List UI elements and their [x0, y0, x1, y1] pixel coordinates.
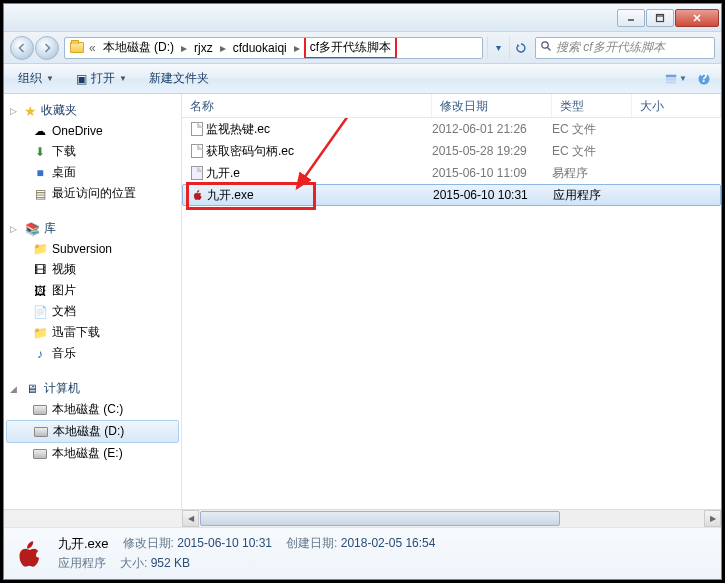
toolbar: 组织 ▼ ▣ 打开 ▼ 新建文件夹 ▼ ? — [4, 64, 721, 94]
organize-menu[interactable]: 组织 ▼ — [10, 67, 62, 90]
sidebar-item-documents[interactable]: 📄文档 — [4, 301, 181, 322]
scroll-track[interactable]: ◀ ▶ — [182, 510, 721, 527]
breadcrumb-current[interactable]: cf多开代练脚本 — [304, 37, 397, 59]
details-size-label: 大小: — [120, 556, 147, 570]
svg-line-3 — [694, 15, 700, 21]
file-list[interactable]: 监视热键.ec 2012-06-01 21:26 EC 文件 获取密码句柄.ec… — [182, 118, 721, 509]
open-button[interactable]: ▣ 打开 ▼ — [68, 67, 135, 90]
maximize-button[interactable] — [646, 9, 674, 27]
file-name: 九开.exe — [207, 187, 433, 204]
chevron-right-icon[interactable]: ▸ — [218, 41, 228, 55]
cloud-icon: ☁ — [32, 123, 48, 139]
new-folder-label: 新建文件夹 — [149, 70, 209, 87]
file-icon — [188, 122, 206, 136]
sidebar-item-subversion[interactable]: 📁Subversion — [4, 239, 181, 259]
column-size[interactable]: 大小 — [632, 94, 721, 117]
titlebar — [4, 4, 721, 32]
nav-group-computer: ◢ 🖥 计算机 本地磁盘 (C:) 本地磁盘 (D:) 本地磁盘 (E:) — [4, 378, 181, 464]
address-actions: ▾ — [487, 37, 531, 59]
picture-icon: 🖼 — [32, 283, 48, 299]
horizontal-scrollbar: ◀ ▶ — [4, 509, 721, 527]
sidebar-item-drive-d[interactable]: 本地磁盘 (D:) — [6, 420, 179, 443]
file-icon — [188, 166, 206, 180]
collapse-icon: ▷ — [10, 224, 20, 234]
favorites-label: 收藏夹 — [41, 102, 77, 119]
navigation-pane[interactable]: ▷ ★ 收藏夹 ☁OneDrive ⬇下载 ■桌面 ▤最近访问的位置 ▷ 📚 库… — [4, 94, 182, 509]
details-pane: 九开.exe 修改日期: 2015-06-10 10:31 创建日期: 2018… — [4, 527, 721, 579]
close-button[interactable] — [675, 9, 719, 27]
collapse-icon: ▷ — [10, 106, 20, 116]
breadcrumb-cfduokaiqi[interactable]: cfduokaiqi — [230, 41, 290, 55]
recent-icon: ▤ — [32, 186, 48, 202]
nav-head-libraries[interactable]: ▷ 📚 库 — [4, 218, 181, 239]
back-button[interactable] — [10, 36, 34, 60]
file-row-selected[interactable]: 九开.exe 2015-06-10 10:31 应用程序 — [182, 184, 721, 206]
column-type[interactable]: 类型 — [552, 94, 632, 117]
scroll-right-button[interactable]: ▶ — [704, 510, 721, 527]
refresh-button[interactable] — [509, 37, 531, 59]
chevron-right-icon[interactable]: ▸ — [292, 41, 302, 55]
forward-button[interactable] — [35, 36, 59, 60]
sidebar-item-drive-e[interactable]: 本地磁盘 (E:) — [4, 443, 181, 464]
star-icon: ★ — [24, 103, 37, 119]
file-type: EC 文件 — [552, 121, 632, 138]
sidebar-item-onedrive[interactable]: ☁OneDrive — [4, 121, 181, 141]
breadcrumb-d[interactable]: 本地磁盘 (D:) — [100, 39, 177, 56]
details-cdate-label: 创建日期: — [286, 536, 337, 550]
details-cdate: 2018-02-05 16:54 — [341, 536, 436, 550]
search-input[interactable]: 搜索 cf多开代练脚本 — [535, 37, 715, 59]
libraries-label: 库 — [44, 220, 56, 237]
file-date: 2012-06-01 21:26 — [432, 122, 552, 136]
content-pane: 名称 修改日期 类型 大小 监视热键.ec 2012-06-01 21:26 E… — [182, 94, 721, 509]
nav-group-libraries: ▷ 📚 库 📁Subversion 🎞视频 🖼图片 📄文档 📁迅雷下载 ♪音乐 — [4, 218, 181, 364]
view-options-button[interactable]: ▼ — [665, 68, 687, 90]
details-mdate: 2015-06-10 10:31 — [177, 536, 272, 550]
nav-head-computer[interactable]: ◢ 🖥 计算机 — [4, 378, 181, 399]
desktop-icon: ■ — [32, 165, 48, 181]
svg-point-5 — [542, 42, 548, 48]
file-name: 九开.e — [206, 165, 432, 182]
drive-icon — [32, 446, 48, 462]
sidebar-item-drive-c[interactable]: 本地磁盘 (C:) — [4, 399, 181, 420]
file-name: 监视热键.ec — [206, 121, 432, 138]
open-label: 打开 — [91, 70, 115, 87]
file-icon — [188, 144, 206, 158]
thunder-icon: 📁 — [32, 325, 48, 341]
svg-line-4 — [694, 15, 700, 21]
file-row[interactable]: 九开.e 2015-06-10 11:09 易程序 — [182, 162, 721, 184]
expand-icon: ◢ — [10, 384, 20, 394]
library-icon: 📚 — [24, 221, 40, 237]
sidebar-item-thunder[interactable]: 📁迅雷下载 — [4, 322, 181, 343]
scroll-thumb[interactable] — [200, 511, 560, 526]
sidebar-item-recent[interactable]: ▤最近访问的位置 — [4, 183, 181, 204]
breadcrumb-rjxz[interactable]: rjxz — [191, 41, 216, 55]
chevron-right-icon[interactable]: ▸ — [179, 41, 189, 55]
file-type: 易程序 — [552, 165, 632, 182]
scroll-left-button[interactable]: ◀ — [182, 510, 199, 527]
video-icon: 🎞 — [32, 262, 48, 278]
details-size: 952 KB — [151, 556, 190, 570]
computer-label: 计算机 — [44, 380, 80, 397]
crumb-overflow[interactable]: « — [87, 41, 98, 55]
sidebar-item-downloads[interactable]: ⬇下载 — [4, 141, 181, 162]
address-bar[interactable]: « 本地磁盘 (D:) ▸ rjxz ▸ cfduokaiqi ▸ cf多开代练… — [64, 37, 483, 59]
help-button[interactable]: ? — [693, 68, 715, 90]
sidebar-item-desktop[interactable]: ■桌面 — [4, 162, 181, 183]
search-placeholder: 搜索 cf多开代练脚本 — [556, 39, 665, 56]
minimize-button[interactable] — [617, 9, 645, 27]
column-date[interactable]: 修改日期 — [432, 94, 552, 117]
history-dropdown[interactable]: ▾ — [487, 37, 509, 59]
sidebar-item-music[interactable]: ♪音乐 — [4, 343, 181, 364]
file-type: EC 文件 — [552, 143, 632, 160]
file-row[interactable]: 获取密码句柄.ec 2015-05-28 19:29 EC 文件 — [182, 140, 721, 162]
nav-head-favorites[interactable]: ▷ ★ 收藏夹 — [4, 100, 181, 121]
new-folder-button[interactable]: 新建文件夹 — [141, 67, 217, 90]
window-inner: « 本地磁盘 (D:) ▸ rjxz ▸ cfduokaiqi ▸ cf多开代练… — [3, 3, 722, 580]
sidebar-item-pictures[interactable]: 🖼图片 — [4, 280, 181, 301]
svn-icon: 📁 — [32, 241, 48, 257]
column-name[interactable]: 名称 — [182, 94, 432, 117]
svg-rect-7 — [666, 74, 676, 77]
sidebar-item-videos[interactable]: 🎞视频 — [4, 259, 181, 280]
file-row[interactable]: 监视热键.ec 2012-06-01 21:26 EC 文件 — [182, 118, 721, 140]
drive-icon — [32, 402, 48, 418]
